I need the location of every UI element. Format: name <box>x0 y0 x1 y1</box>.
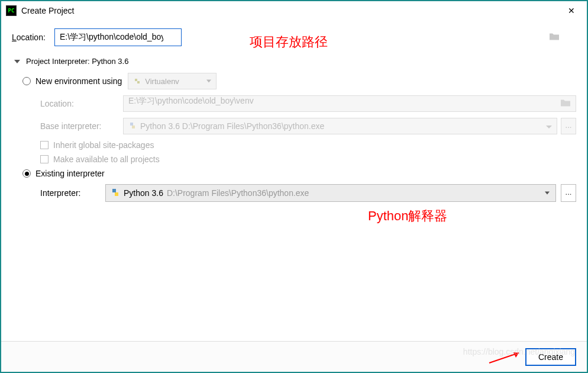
existing-radio-row[interactable]: Existing interpreter <box>22 169 576 178</box>
base-interpreter-input: Python 3.6 D:\Program Files\Python36\pyt… <box>123 118 557 134</box>
window-title: Create Project <box>21 6 560 15</box>
inherit-checkbox <box>40 141 49 149</box>
interpreter-dropdown[interactable]: Python 3.6 D:\Program Files\Python36\pyt… <box>105 184 556 202</box>
annotation-interpreter: Python解释器 <box>368 207 448 225</box>
interpreter-row: Interpreter: Python 3.6 D:\Program Files… <box>22 184 576 202</box>
interpreter-label: Interpreter: <box>40 188 105 198</box>
base-interpreter-row: Base interpreter: Python 3.6 D:\Program … <box>40 118 576 134</box>
create-button[interactable]: Create <box>525 348 576 366</box>
chevron-down-icon <box>545 192 550 195</box>
virtualenv-icon <box>133 77 141 85</box>
section-title: Project Interpreter: Python 3.6 <box>26 57 128 66</box>
python-icon <box>111 188 120 199</box>
chevron-down-icon <box>546 121 552 131</box>
radio-new-env[interactable] <box>22 77 31 85</box>
venv-location-row: Location: E:\学习\python\code\old_boy\venv <box>40 95 576 112</box>
radio-existing[interactable] <box>22 169 31 178</box>
make-available-label: Make available to all projects <box>53 155 160 164</box>
titlebar: PC Create Project ✕ <box>1 1 587 20</box>
base-interpreter-label: Base interpreter: <box>40 121 123 131</box>
footer: Create <box>1 341 587 372</box>
env-tool-dropdown: Virtualenv <box>128 73 217 89</box>
location-label: Location: <box>12 33 54 42</box>
make-available-checkbox-row: Make available to all projects <box>40 155 576 164</box>
new-env-radio-row[interactable]: New environment using Virtualenv <box>22 73 576 89</box>
existing-label: Existing interpreter <box>35 169 105 178</box>
interpreter-path: D:\Program Files\Python36\python.exe <box>167 188 309 198</box>
python-icon <box>128 121 137 131</box>
close-icon[interactable]: ✕ <box>560 2 583 19</box>
env-tool-name: Virtualenv <box>145 77 179 86</box>
make-available-checkbox <box>40 155 49 163</box>
interpreter-name: Python 3.6 <box>124 188 163 198</box>
folder-icon <box>560 99 571 109</box>
browse-base-interpreter-button: ... <box>561 118 576 134</box>
svg-rect-0 <box>133 77 141 85</box>
folder-icon[interactable] <box>549 33 560 43</box>
interpreter-section-header[interactable]: Project Interpreter: Python 3.6 <box>14 57 576 66</box>
inherit-checkbox-row: Inherit global site-packages <box>40 140 576 150</box>
location-row: Location: <box>12 28 576 46</box>
location-input[interactable] <box>54 28 182 46</box>
inherit-label: Inherit global site-packages <box>53 140 154 150</box>
browse-interpreter-button[interactable]: ... <box>561 184 576 202</box>
new-env-label: New environment using <box>35 76 122 86</box>
venv-location-input: E:\学习\python\code\old_boy\venv <box>123 95 576 112</box>
chevron-down-icon <box>14 60 20 63</box>
venv-location-label: Location: <box>40 99 123 108</box>
pycharm-icon: PC <box>6 5 17 16</box>
